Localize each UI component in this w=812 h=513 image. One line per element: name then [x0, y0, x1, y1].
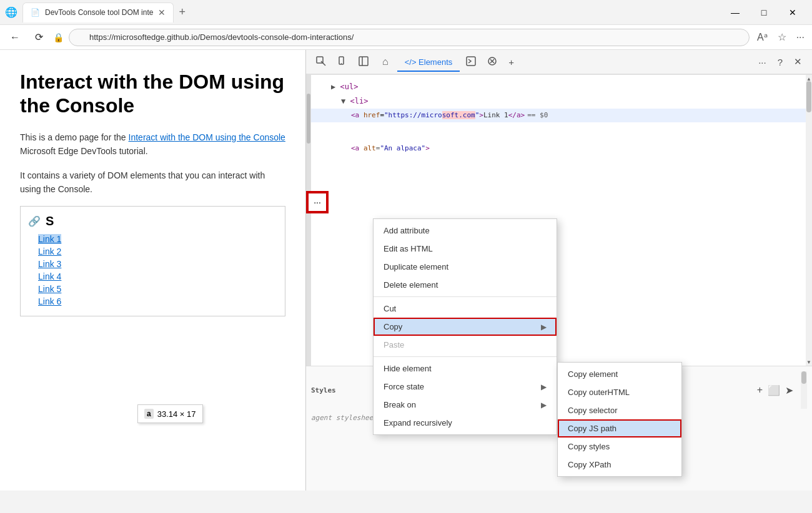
back-btn[interactable]: ←	[5, 29, 25, 46]
scroll-up-btn[interactable]: ▲	[806, 75, 812, 82]
link-4[interactable]: Link 4	[38, 271, 61, 281]
link-2[interactable]: Link 2	[38, 247, 61, 256]
menu-add-attribute[interactable]: Add attribute	[374, 222, 557, 240]
menu-break-on[interactable]: Break on ▶	[374, 396, 557, 414]
menu-copy[interactable]: Copy ▶	[374, 318, 557, 336]
link-3[interactable]: Link 3	[38, 259, 61, 269]
more-options-btn[interactable]: ···	[307, 192, 327, 212]
list-item: Link 3	[38, 258, 277, 270]
break-on-label: Break on	[384, 400, 416, 409]
more-btn[interactable]: ···	[794, 29, 807, 46]
elem-line-li[interactable]: ▼ <li>	[311, 94, 812, 109]
hide-label: Hide element	[384, 364, 432, 373]
elem-line-blank	[311, 122, 812, 141]
more-options-icon: ···	[314, 197, 321, 207]
copy-styles-label: Copy styles	[568, 442, 610, 451]
force-state-label: Force state	[384, 382, 424, 391]
address-bar[interactable]	[69, 29, 750, 46]
force-state-arrow: ▶	[541, 383, 547, 391]
read-aloud-btn[interactable]: Aᵃ	[755, 29, 770, 46]
add-panel-btn[interactable]: +	[503, 54, 519, 70]
page-title: Interact with the DOM using the Console	[20, 70, 285, 118]
menu-duplicate[interactable]: Duplicate element	[374, 258, 557, 276]
elem-line-a[interactable]: <a href="https://microsoft.com">Link 1</…	[311, 109, 812, 122]
menu-expand[interactable]: Expand recursively	[374, 414, 557, 432]
inspect-btn[interactable]	[311, 54, 331, 71]
link-1[interactable]: Link 1	[38, 234, 61, 244]
page-desc1-after: Microsoft Edge DevTools tutorial.	[20, 146, 148, 156]
styles-scrollbar-thumb	[801, 371, 806, 384]
link-6[interactable]: Link 6	[38, 296, 61, 306]
agent-style-label: agent stylesheet	[311, 414, 377, 422]
maximize-btn[interactable]: □	[750, 0, 778, 25]
menu-cut[interactable]: Cut	[374, 300, 557, 318]
demo-box-header: 🔗 S	[28, 214, 277, 228]
browser-icon: 🌐	[5, 6, 17, 18]
duplicate-label: Duplicate element	[384, 262, 448, 271]
copy-element-label: Copy element	[568, 369, 618, 379]
left-scrollbar[interactable]	[306, 75, 311, 366]
copy-arrow: ▶	[541, 323, 547, 331]
console-btn[interactable]	[461, 54, 481, 71]
page-desc1-before: This is a demo page for the	[20, 132, 129, 142]
expand-label: Expand recursively	[384, 418, 452, 428]
svg-rect-4	[359, 57, 368, 66]
sidebar-btn[interactable]	[354, 54, 374, 71]
list-item: Link 4	[38, 271, 277, 282]
right-scrollbar[interactable]: ▲ ▼	[806, 75, 812, 366]
reload-btn[interactable]: ⟳	[30, 29, 48, 46]
delete-label: Delete element	[384, 280, 438, 290]
list-item: Link 2	[38, 246, 277, 257]
elem-line-alt[interactable]: <a alt="An alpaca">	[311, 141, 812, 155]
copy-js-path-label: Copy JS path	[568, 424, 616, 433]
devtools-close-btn[interactable]: ✕	[789, 54, 807, 70]
styles-refresh-btn[interactable]: ⬜	[768, 384, 780, 396]
copy-xpath-label: Copy XPath	[568, 460, 611, 469]
debugger-btn[interactable]	[482, 54, 502, 71]
menu-delete[interactable]: Delete element	[374, 276, 557, 294]
devtools-home-tab[interactable]: ⌂	[375, 52, 396, 72]
scroll-down-btn[interactable]: ▼	[806, 358, 812, 366]
demo-box: 🔗 S Link 1 Link 2 Link 3 Link 4 Link 5 L…	[20, 206, 285, 316]
tab-close-btn[interactable]: ✕	[158, 7, 166, 17]
page-content: Interact with the DOM using the Console …	[0, 50, 306, 491]
elem-line-ul[interactable]: ▶ <ul>	[311, 80, 812, 94]
link-5[interactable]: Link 5	[38, 284, 61, 294]
menu-edit-html[interactable]: Edit as HTML	[374, 240, 557, 258]
devtools-help-btn[interactable]: ?	[773, 54, 788, 70]
browser-tab[interactable]: 📄 DevTools Console tool DOM inte ✕	[22, 2, 174, 22]
submenu-copy-outer-html[interactable]: Copy outerHTML	[558, 383, 681, 401]
submenu-copy-styles[interactable]: Copy styles	[558, 437, 681, 456]
menu-hide[interactable]: Hide element	[374, 359, 557, 378]
menu-force-state[interactable]: Force state ▶	[374, 378, 557, 396]
links-list: Link 1 Link 2 Link 3 Link 4 Link 5 Link …	[28, 233, 277, 307]
styles-export-btn[interactable]: ➤	[785, 384, 793, 396]
submenu-copy-selector[interactable]: Copy selector	[558, 401, 681, 419]
page-desc1-link[interactable]: Interact with the DOM using the Console	[129, 132, 285, 142]
menu-divider-1	[374, 296, 557, 297]
page-desc1: This is a demo page for the Interact wit…	[20, 130, 285, 159]
elements-content: ▶ <ul> ▼ <li> <a href="https://microsoft…	[311, 75, 812, 160]
devtools-more-btn[interactable]: ···	[753, 54, 771, 70]
window-controls: — □ ✕	[721, 0, 807, 25]
lock-icon: 🔒	[53, 32, 64, 42]
favorites-btn[interactable]: ☆	[775, 29, 789, 46]
cut-label: Cut	[384, 304, 396, 313]
submenu-copy-xpath[interactable]: Copy XPath	[558, 456, 681, 474]
svg-rect-3	[341, 63, 342, 64]
page-desc2: It contains a variety of DOM elements th…	[20, 169, 285, 197]
device-btn[interactable]	[332, 54, 352, 71]
edit-html-label: Edit as HTML	[384, 244, 433, 253]
new-tab-btn[interactable]: +	[174, 3, 191, 21]
submenu-copy-element[interactable]: Copy element	[558, 365, 681, 383]
title-bar: 🌐 📄 DevTools Console tool DOM inte ✕ + —…	[0, 0, 812, 25]
copy-label: Copy	[384, 322, 402, 331]
minimize-btn[interactable]: —	[721, 0, 750, 25]
close-btn[interactable]: ✕	[778, 0, 807, 25]
copy-outer-html-label: Copy outerHTML	[568, 388, 630, 397]
styles-scrollbar[interactable]	[801, 371, 807, 409]
submenu-copy-js-path[interactable]: Copy JS path	[558, 419, 681, 437]
devtools-elements-tab[interactable]: </> Elements	[397, 54, 460, 72]
paste-label: Paste	[384, 340, 404, 349]
styles-add-btn[interactable]: +	[757, 384, 763, 396]
